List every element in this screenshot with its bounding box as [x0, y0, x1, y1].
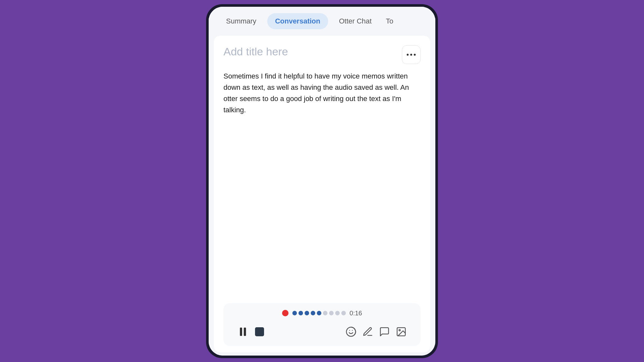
tab-summary[interactable]: Summary	[218, 13, 264, 29]
image-icon	[396, 326, 407, 337]
highlight-icon	[362, 326, 373, 337]
dot1	[407, 54, 409, 56]
bar-6	[323, 311, 327, 315]
dot2	[410, 54, 412, 56]
bar-2	[298, 311, 303, 315]
recording-dot-icon	[282, 310, 289, 316]
bar-3	[305, 311, 309, 315]
image-button[interactable]	[393, 323, 410, 340]
recording-timer: 0:16	[350, 310, 362, 317]
stop-button[interactable]	[251, 323, 268, 340]
content-area: Summary Conversation Otter Chat To Add t…	[209, 7, 435, 356]
tab-to-truncated: To	[383, 13, 396, 29]
transcript-text: Sometimes I find it helpful to have my v…	[223, 70, 421, 116]
bar-8	[335, 311, 340, 315]
waveform-row: 0:16	[231, 310, 413, 317]
svg-point-4	[399, 329, 400, 330]
bar-9	[341, 311, 346, 315]
title-row: Add title here	[223, 45, 421, 64]
tab-otter-chat[interactable]: Otter Chat	[331, 13, 379, 29]
waveform-bars	[292, 311, 346, 315]
comment-button[interactable]	[376, 323, 393, 340]
main-content-card: Add title here Sometimes I find it helpf…	[214, 36, 430, 352]
highlight-button[interactable]	[359, 323, 376, 340]
tab-conversation[interactable]: Conversation	[267, 13, 328, 29]
controls-row	[231, 323, 413, 340]
bar-1	[292, 311, 297, 315]
comment-icon	[379, 326, 390, 337]
bar-4	[311, 311, 315, 315]
recording-panel: 0:16	[223, 303, 421, 346]
bar-7	[329, 311, 334, 315]
emoji-icon	[346, 326, 356, 337]
more-options-button[interactable]	[402, 45, 421, 64]
phone-frame: Summary Conversation Otter Chat To Add t…	[206, 4, 438, 358]
more-dots-icon	[407, 54, 416, 56]
emoji-button[interactable]	[343, 323, 359, 340]
dot3	[414, 54, 416, 56]
phone-inner: Summary Conversation Otter Chat To Add t…	[209, 7, 435, 356]
bar-5	[317, 311, 321, 315]
pause-icon	[240, 328, 246, 336]
stop-icon	[255, 327, 264, 336]
pause-button[interactable]	[234, 323, 251, 340]
tabs-container: Summary Conversation Otter Chat To	[209, 7, 435, 32]
note-title[interactable]: Add title here	[223, 45, 288, 58]
